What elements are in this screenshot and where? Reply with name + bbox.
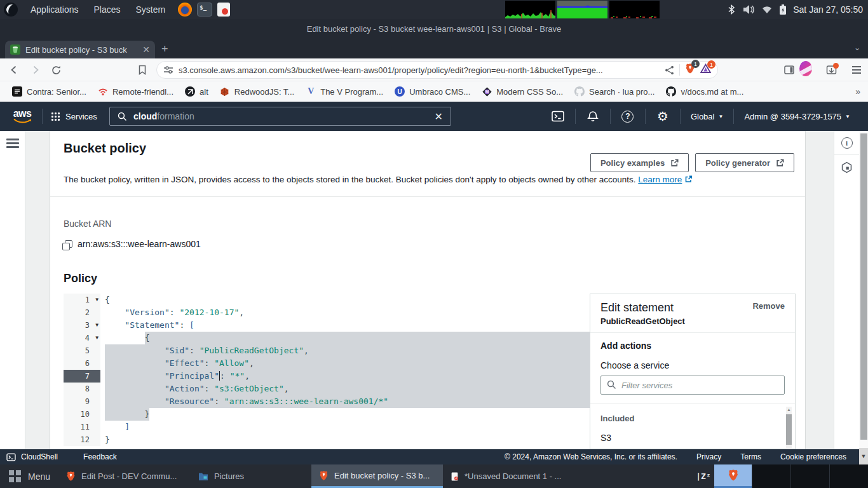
editor-line-4[interactable]: 4▼ { xyxy=(64,332,590,344)
editor-line-1[interactable]: 1▼{ xyxy=(64,294,590,306)
fold-toggle-icon[interactable]: ▼ xyxy=(95,319,98,332)
site-settings-icon[interactable] xyxy=(163,65,173,74)
taskbar-window-active[interactable]: Edit bucket policy - S3 b... xyxy=(311,464,443,488)
aws-logo[interactable]: aws xyxy=(11,109,33,124)
info-icon[interactable]: i xyxy=(841,137,853,149)
account-menu[interactable]: Admin @ 3594-3729-1575▼ xyxy=(744,112,850,121)
battery-icon[interactable] xyxy=(779,4,787,15)
text-editor-launcher-icon[interactable] xyxy=(217,3,230,17)
bookmark-item[interactable]: Remote-friendl... xyxy=(92,84,179,99)
tray-brave-icon[interactable] xyxy=(714,464,752,488)
bucket-arn-value[interactable]: arn:aws:s3:::wee-learn-aws001 xyxy=(78,239,201,249)
editor-line-2[interactable]: 2 "Version": "2012-10-17", xyxy=(64,306,590,319)
notifications-bell-icon[interactable] xyxy=(586,109,600,123)
browser-tab[interactable]: Edit bucket policy - S3 buck ✕ xyxy=(5,41,155,58)
scrollbar-thumb[interactable] xyxy=(860,133,867,440)
bookmark-item[interactable]: VThe V Program... xyxy=(300,84,389,99)
learn-more-link[interactable]: Learn more xyxy=(638,175,682,184)
reload-button[interactable] xyxy=(50,64,62,76)
taskbar-window[interactable]: Pictures xyxy=(191,464,261,488)
policy-examples-button[interactable]: Policy examples xyxy=(590,153,689,172)
forward-button[interactable] xyxy=(29,64,42,76)
help-icon[interactable]: ? xyxy=(621,109,635,123)
taskbar-window[interactable]: Edit Post - DEV Commu... xyxy=(58,464,192,488)
sidebar-icon[interactable] xyxy=(783,64,796,76)
search-typed-text: cloud xyxy=(133,111,157,121)
included-service-item[interactable]: S3 xyxy=(600,433,785,443)
search-clear-icon[interactable]: ✕ xyxy=(435,111,443,123)
remove-statement-button[interactable]: Remove xyxy=(752,301,785,311)
settings-gear-icon[interactable]: ⚙ xyxy=(656,109,670,123)
region-selector[interactable]: Global▼ xyxy=(691,112,724,121)
editor-line-10[interactable]: 10 } xyxy=(64,408,590,421)
applications-menu[interactable]: Applications xyxy=(23,0,86,19)
resource-groups-icon[interactable] xyxy=(841,161,853,173)
services-menu[interactable]: Services xyxy=(43,112,106,121)
editor-line-7[interactable]: 7 "Principal": "*", xyxy=(64,370,590,383)
bookmark-item[interactable]: Contra: Senior... xyxy=(6,84,92,99)
editor-line-3[interactable]: 3▼ "Statement": [ xyxy=(64,319,590,332)
filter-services-input[interactable] xyxy=(600,376,785,395)
system-monitors[interactable] xyxy=(505,1,660,18)
menu-hamburger-icon[interactable] xyxy=(850,64,863,76)
places-menu[interactable]: Places xyxy=(86,0,128,19)
profile-avatar[interactable] xyxy=(799,62,812,75)
volume-icon[interactable] xyxy=(742,4,755,15)
taskbar-menu-button[interactable]: Menu xyxy=(0,464,59,488)
privacy-link[interactable]: Privacy xyxy=(696,452,721,461)
copy-icon[interactable] xyxy=(65,240,72,248)
system-menu[interactable]: System xyxy=(128,0,173,19)
workspace-1[interactable] xyxy=(752,464,790,488)
editor-line-6[interactable]: 6 "Effect": "Allow", xyxy=(64,357,590,370)
share-icon[interactable] xyxy=(665,65,674,75)
terms-link[interactable]: Terms xyxy=(740,452,761,461)
distro-logo-icon[interactable] xyxy=(4,3,18,17)
downloads-panel-icon[interactable] xyxy=(825,64,837,76)
bookmark-item[interactable]: UUmbraco CMS... xyxy=(389,84,476,99)
editor-line-5[interactable]: 5 "Sid": "PublicReadGetObject", xyxy=(64,344,590,357)
fold-toggle-icon[interactable]: ▼ xyxy=(95,332,98,344)
editor-line-9[interactable]: 9 "Resource": "arn:aws:s3:::wee-learn-aw… xyxy=(64,395,590,408)
tab-close-icon[interactable]: ✕ xyxy=(142,45,150,54)
brave-shields-icon[interactable]: 1 xyxy=(685,63,695,77)
new-tab-button[interactable]: + xyxy=(161,43,168,55)
firefox-launcher-icon[interactable] xyxy=(178,3,192,17)
feedback-button[interactable]: Feedback xyxy=(83,452,117,461)
bookmark-item[interactable]: alt xyxy=(179,84,214,99)
editor-line-11[interactable]: 11 ] xyxy=(64,421,590,433)
taskbar-window[interactable]: *Unsaved Document 1 - ... xyxy=(443,464,576,488)
page-scrollbar[interactable] xyxy=(859,131,868,449)
tab-search-icon[interactable]: ⌄ xyxy=(854,43,860,52)
panel-clock[interactable]: Sat Jan 27, 05:50 xyxy=(793,4,863,15)
browser-toolbar: s3.console.aws.amazon.com/s3/bucket/wee-… xyxy=(0,58,868,81)
bookmark-item[interactable]: v/docs.md at m... xyxy=(660,84,749,99)
side-nav-hamburger-icon[interactable] xyxy=(6,139,19,148)
back-button[interactable] xyxy=(8,64,20,76)
brave-rewards-icon[interactable]: 1 xyxy=(700,64,711,76)
editor-line-12[interactable]: 12} xyxy=(64,433,590,446)
fold-toggle-icon[interactable]: ▼ xyxy=(95,294,98,306)
editor-line-8[interactable]: 8 "Action": "s3:GetObject", xyxy=(64,383,590,395)
cloudshell-icon[interactable] xyxy=(551,109,565,123)
workspace-3[interactable] xyxy=(829,464,868,488)
cloudshell-button[interactable]: CloudShell xyxy=(6,452,58,461)
bookmark-item[interactable]: RedwoodJS: T... xyxy=(214,84,300,99)
external-link-icon[interactable] xyxy=(684,175,693,183)
policy-json-editor[interactable]: 1▼{2 "Version": "2012-10-17",3▼ "Stateme… xyxy=(64,294,590,449)
bookmarks-overflow-icon[interactable]: » xyxy=(855,86,860,97)
url-text[interactable]: s3.console.aws.amazon.com/s3/bucket/wee-… xyxy=(179,65,660,75)
scrollbar-down-arrow[interactable]: ▼ xyxy=(859,448,868,464)
bookmark-ribbon-icon[interactable] xyxy=(136,64,149,76)
policy-generator-button[interactable]: Policy generator xyxy=(695,153,794,172)
desktop-taskbar: Menu Edit Post - DEV Commu...PicturesEdi… xyxy=(0,464,868,488)
tray-zz-icon[interactable]: |Zᶻ xyxy=(693,464,714,488)
bookmark-item[interactable]: MModern CSS So... xyxy=(476,84,569,99)
terminal-launcher-icon[interactable]: $_ xyxy=(197,3,212,17)
address-bar[interactable]: s3.console.aws.amazon.com/s3/bucket/wee-… xyxy=(156,61,718,79)
services-search-input[interactable]: cloudformation ✕ xyxy=(109,107,451,126)
bluetooth-icon[interactable] xyxy=(727,4,736,15)
cookie-preferences-link[interactable]: Cookie preferences xyxy=(780,452,846,461)
workspace-2[interactable] xyxy=(790,464,829,488)
bookmark-item[interactable]: Search · lua pro... xyxy=(569,84,660,99)
wifi-icon[interactable] xyxy=(761,4,773,15)
